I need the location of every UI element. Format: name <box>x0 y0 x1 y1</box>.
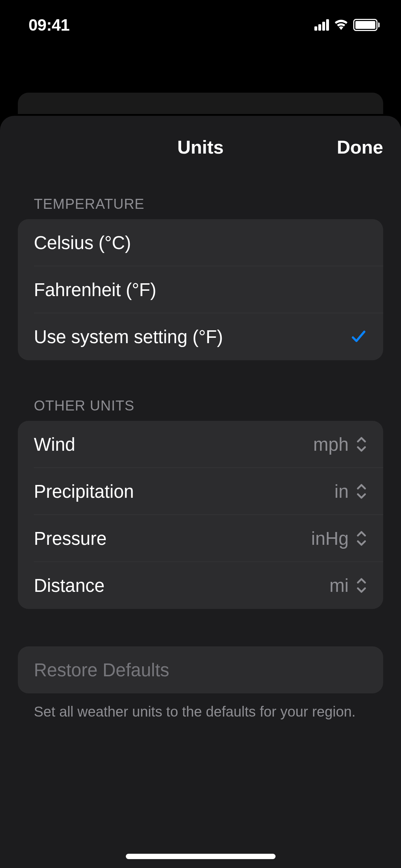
wind-unit-row[interactable]: Wind mph <box>18 421 383 468</box>
row-value-group: mph <box>313 434 367 455</box>
precipitation-unit-row[interactable]: Precipitation in <box>18 468 383 515</box>
row-value: mph <box>313 434 349 455</box>
restore-footer: Set all weather units to the defaults fo… <box>18 693 383 721</box>
row-value-group: in <box>334 481 367 502</box>
option-label: Celsius (°C) <box>34 232 131 253</box>
other-units-header: OTHER UNITS <box>18 398 383 414</box>
row-label: Distance <box>34 575 104 596</box>
option-label: Use system setting (°F) <box>34 326 223 347</box>
row-value-group: inHg <box>311 528 367 549</box>
row-label: Pressure <box>34 528 107 549</box>
row-value-group: mi <box>329 575 367 596</box>
temperature-option-fahrenheit[interactable]: Fahrenheit (°F) <box>18 266 383 313</box>
row-label: Precipitation <box>34 481 134 502</box>
row-value: in <box>334 481 349 502</box>
distance-unit-row[interactable]: Distance mi <box>18 562 383 609</box>
status-time: 09:41 <box>29 15 70 35</box>
temperature-section: TEMPERATURE Celsius (°C) Fahrenheit (°F)… <box>0 196 401 360</box>
wifi-icon <box>333 19 349 31</box>
units-sheet: Units Done TEMPERATURE Celsius (°C) Fahr… <box>0 116 401 868</box>
chevron-up-down-icon <box>356 578 367 593</box>
restore-label: Restore Defaults <box>34 660 169 681</box>
chevron-up-down-icon <box>356 484 367 499</box>
other-units-section: OTHER UNITS Wind mph Precipitation <box>0 398 401 609</box>
done-button[interactable]: Done <box>337 136 383 158</box>
temperature-group: Celsius (°C) Fahrenheit (°F) Use system … <box>18 219 383 360</box>
option-label: Fahrenheit (°F) <box>34 279 156 300</box>
other-units-group: Wind mph Precipitation in <box>18 421 383 609</box>
battery-icon <box>353 19 380 31</box>
restore-section: Restore Defaults Set all weather units t… <box>0 646 401 721</box>
sheet-stack-background <box>18 93 383 114</box>
restore-defaults-button[interactable]: Restore Defaults <box>18 646 383 693</box>
home-indicator[interactable] <box>126 854 276 859</box>
status-icons <box>314 19 380 31</box>
chevron-up-down-icon <box>356 436 367 452</box>
cellular-signal-icon <box>314 19 329 31</box>
row-value: inHg <box>311 528 349 549</box>
chevron-up-down-icon <box>356 531 367 546</box>
sheet-title: Units <box>178 136 224 158</box>
status-bar: 09:41 <box>0 0 401 50</box>
temperature-option-celsius[interactable]: Celsius (°C) <box>18 219 383 266</box>
temperature-option-system[interactable]: Use system setting (°F) <box>18 313 383 360</box>
sheet-header: Units Done <box>0 116 401 178</box>
checkmark-icon <box>350 328 367 345</box>
row-label: Wind <box>34 434 75 455</box>
temperature-header: TEMPERATURE <box>18 196 383 212</box>
row-value: mi <box>329 575 349 596</box>
pressure-unit-row[interactable]: Pressure inHg <box>18 515 383 562</box>
